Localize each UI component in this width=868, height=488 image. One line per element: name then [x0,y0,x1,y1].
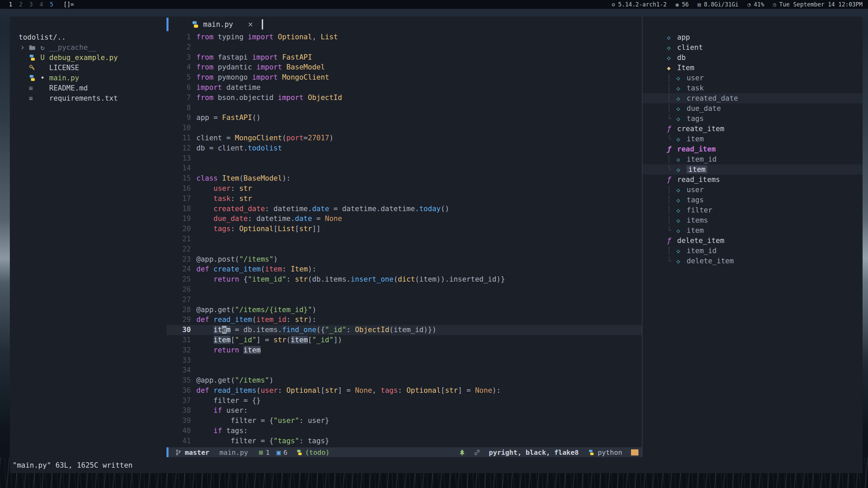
tree-line: │ [667,206,676,214]
code-line-18[interactable]: 18 created_date: datetime.date = datetim… [166,204,642,214]
code-line-1[interactable]: 1from typing import Optional, List [166,32,642,42]
symbol-task[interactable]: │◇task [643,83,863,93]
code-line-5[interactable]: 5from pymongo import MongoClient [166,73,642,83]
code-line-32[interactable]: 32 return item [166,345,642,355]
symbol-create_item[interactable]: ƒcreate_item [643,124,863,134]
code-line-38[interactable]: 38 if user: [166,406,642,416]
code-line-21[interactable]: 21 [166,234,642,244]
symbol-item_id[interactable]: │◇item_id [643,246,863,256]
code-line-41[interactable]: 41 filter = {"tags": tags} [166,436,642,446]
code-line-13[interactable]: 13 [166,154,642,164]
code-line-7[interactable]: 7from bson.objectid import ObjectId [166,93,642,103]
code-text: @app.get("/items") [196,375,274,386]
code-line-22[interactable]: 22 [166,244,642,255]
symbol-user[interactable]: │◇user [643,73,863,83]
code-text: return item [196,345,261,355]
filetree-item-LICENSE[interactable]: LICENSE [10,63,166,73]
line-number: 13 [166,154,196,164]
symbol-delete_item[interactable]: └◇delete_item [643,256,863,266]
code-line-11[interactable]: 11client = MongoClient(port=27017) [166,133,642,143]
filetree-item-requirements.txt[interactable]: ≡requirements.txt [10,93,166,103]
symbol-user[interactable]: │◇user [643,185,863,195]
code-line-26[interactable]: 26 [166,285,642,295]
symbol-tags[interactable]: │◇tags [643,195,863,205]
symbol-delete_item[interactable]: ƒdelete_item [643,236,863,246]
symbol-read_items[interactable]: ƒread_items [643,175,863,185]
code-line-20[interactable]: 20 tags: Optional[List[str]] [166,224,642,234]
code-line-3[interactable]: 3from fastapi import FastAPI [166,53,642,63]
tab-close-icon[interactable]: × [248,20,253,29]
code-line-25[interactable]: 25 return {"item_id": str(db.items.inser… [166,274,642,285]
code-line-15[interactable]: 15class Item(BaseModel): [166,174,642,184]
code-line-8[interactable]: 8 [166,103,642,113]
status-text: Tue September 14 12:03PM [779,1,863,8]
filetree-item-__pycache__[interactable]: ›↻__pycache__ [10,42,166,53]
symbol-label: user [687,186,704,194]
symbol-read_item[interactable]: ƒread_item [643,144,863,154]
code-line-40[interactable]: 40 if tags: [166,426,642,436]
line-number: 20 [166,224,196,234]
symbol-created_date[interactable]: │◇created_date [643,93,863,103]
symbol-client[interactable]: ◇client [643,42,863,53]
workspace-4[interactable]: 4 [40,1,43,8]
statusline-left: master main.py ⊞ 1 ▣ 6 (todo) [166,448,330,456]
code-line-34[interactable]: 34 [166,365,642,375]
code-line-31[interactable]: 31 item["_id"] = str(item["_id"]) [166,335,642,345]
code-line-24[interactable]: 24def create_item(item: Item): [166,264,642,274]
symbol-filter[interactable]: │◇filter [643,205,863,215]
line-number: 6 [166,83,196,93]
code-line-16[interactable]: 16 user: str [166,184,642,194]
code-line-9[interactable]: 9app = FastAPI() [166,113,642,123]
code-line-33[interactable]: 33 [166,355,642,366]
code-line-17[interactable]: 17 task: str [166,194,642,204]
line-number: 14 [166,163,196,174]
symbol-tags[interactable]: └◇tags [643,114,863,124]
symbol-item[interactable]: └◇item [643,134,863,144]
symbol-items[interactable]: │◇items [643,215,863,225]
symbol-app[interactable]: ◇app [643,32,863,42]
code-line-37[interactable]: 37 filter = {} [166,396,642,406]
variable-icon: ◇ [667,44,677,51]
line-number: 33 [166,355,196,366]
symbol-Item[interactable]: ◆Item [643,63,863,73]
code-line-35[interactable]: 35@app.get("/items") [166,375,642,386]
code-line-23[interactable]: 23@app.post("/items") [166,255,642,265]
code-line-30[interactable]: 30 item = db.items.find_one({"_id": Obje… [166,325,642,335]
code-line-29[interactable]: 29def read_item(item_id: str): [166,315,642,325]
code-area[interactable]: 1from typing import Optional, List23from… [166,32,642,447]
tab-main-py[interactable]: main.py × [192,20,253,29]
filetree-item-main.py[interactable]: •main.py [10,73,166,83]
code-line-19[interactable]: 19 due_date: datetime.date = None [166,214,642,224]
symbol-label: item [687,135,704,143]
symbol-item[interactable]: └◇item [643,225,863,236]
filetree-item-README.md[interactable]: ≡README.md [10,83,166,93]
symbol-db[interactable]: ◇db [643,53,863,63]
symbol-item[interactable]: └◇item [643,164,863,175]
code-text: def create_item(item: Item): [196,264,316,274]
filetree-root[interactable]: todolist/.. [10,32,166,42]
line-number: 4 [166,62,196,73]
code-line-12[interactable]: 12db = client.todolist [166,143,642,154]
tree-line: │ [667,104,676,113]
line-number: 34 [166,365,196,375]
code-line-39[interactable]: 39 filter = {"user": user} [166,416,642,426]
workspace-2[interactable]: 2 [19,1,22,8]
symbol-item_id[interactable]: │◇item_id [643,154,863,164]
workspace-1[interactable]: 1 [9,1,12,8]
code-line-14[interactable]: 14 [166,163,642,174]
code-text: due_date: datetime.date = None [196,214,342,224]
workspace-3[interactable]: 3 [29,1,33,8]
code-line-4[interactable]: 4from pydantic import BaseModel [166,62,642,73]
code-line-10[interactable]: 10 [166,123,642,133]
symbol-due_date[interactable]: │◇due_date [643,103,863,114]
filetree-item-debug_example.py[interactable]: Udebug_example.py [10,53,166,63]
code-text: db = client.todolist [196,143,282,154]
code-line-36[interactable]: 36def read_items(user: Optional[str] = N… [166,386,642,396]
line-number: 35 [166,375,196,386]
code-line-27[interactable]: 27 [166,295,642,305]
code-line-28[interactable]: 28@app.get("/items/{item_id}") [166,305,642,315]
code-line-2[interactable]: 2 [166,42,642,53]
workspace-5[interactable]: 5 [50,1,53,8]
code-line-6[interactable]: 6import datetime [166,83,642,93]
editor: main.py × 1from typing import Optional, … [166,17,642,457]
